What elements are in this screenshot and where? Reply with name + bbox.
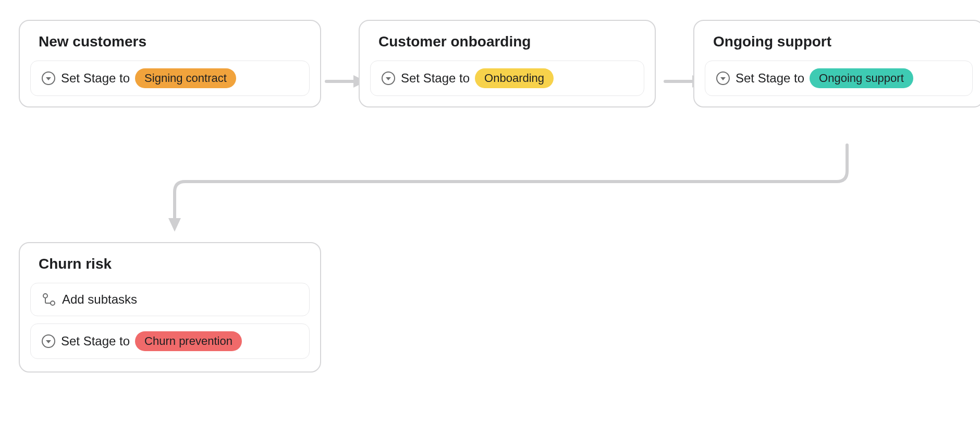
action-set-stage[interactable]: Set Stage to Onboarding [370,61,644,96]
svg-point-8 [43,294,47,298]
action-set-stage[interactable]: Set Stage to Signing contract [30,61,310,96]
action-add-subtasks[interactable]: Add subtasks [30,283,310,316]
node-customer-onboarding[interactable]: Customer onboarding Set Stage to Onboard… [359,20,656,107]
node-churn-risk[interactable]: Churn risk Add subtasks Set Stage to Chu… [19,242,321,373]
node-title: Customer onboarding [370,33,644,50]
stage-pill-ongoing-support[interactable]: Ongoing support [810,68,913,88]
action-label: Set Stage to [61,71,130,86]
svg-marker-4 [168,218,181,232]
dropdown-icon [381,71,396,86]
node-new-customers[interactable]: New customers Set Stage to Signing contr… [19,20,321,107]
subtask-icon [41,292,57,307]
action-label: Add subtasks [62,292,137,307]
arrow-elbow-down [168,145,847,232]
dropdown-icon [41,334,56,349]
stage-pill-churn-prevention[interactable]: Churn prevention [135,331,242,351]
node-title: Ongoing support [705,33,973,50]
stage-pill-onboarding[interactable]: Onboarding [475,68,554,88]
node-ongoing-support[interactable]: Ongoing support Set Stage to Ongoing sup… [693,20,980,107]
action-set-stage[interactable]: Set Stage to Ongoing support [705,61,973,96]
action-set-stage[interactable]: Set Stage to Churn prevention [30,323,310,359]
svg-point-9 [51,301,55,305]
action-label: Set Stage to [736,71,804,86]
dropdown-icon [41,71,56,86]
action-label: Set Stage to [401,71,470,86]
action-label: Set Stage to [61,334,130,349]
workflow-canvas: New customers Set Stage to Signing contr… [0,0,980,432]
dropdown-icon [716,71,730,86]
stage-pill-signing-contract[interactable]: Signing contract [135,68,236,88]
node-title: Churn risk [30,256,310,272]
node-title: New customers [30,33,310,50]
